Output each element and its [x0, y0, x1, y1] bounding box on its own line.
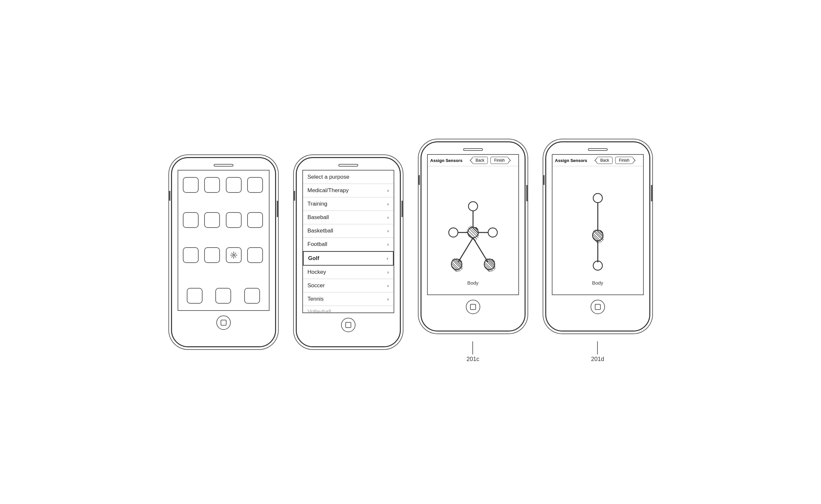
app-icon-5[interactable] [183, 212, 198, 228]
phone-2-top-bar [301, 164, 395, 167]
menu-item-medical-label: Medical/Therapy [308, 187, 349, 194]
menu-item-training[interactable]: Training › [303, 197, 394, 211]
home-inner-2 [345, 322, 351, 328]
phone-1-shell [171, 157, 276, 347]
svg-point-0 [233, 254, 235, 256]
assign-sensors-title-4: Assign Sensors [555, 158, 591, 163]
app-icon-4[interactable] [247, 177, 263, 193]
home-button-2[interactable] [341, 318, 356, 332]
svg-line-5 [232, 253, 233, 254]
app-icon-7[interactable] [226, 212, 242, 228]
phone-3-shell: Assign Sensors Back Finish [421, 141, 525, 332]
chevron-training: › [387, 201, 389, 207]
phone-3-screen: Assign Sensors Back Finish [427, 154, 519, 295]
phone-4-top-bar [551, 148, 645, 151]
phone-1-top-bar [176, 164, 271, 167]
phone-3-label: 201c [466, 341, 479, 363]
back-button-4[interactable]: Back [597, 157, 613, 164]
svg-line-38 [473, 238, 488, 262]
phone-4-screen: Assign Sensors Back Finish [552, 154, 644, 295]
phone-3-top-bar [426, 148, 520, 151]
menu-item-football[interactable]: Football › [303, 238, 394, 251]
menu-item-soccer[interactable]: Soccer › [303, 279, 394, 292]
sensor-canvas-4: Body [552, 166, 643, 294]
menu-item-tennis-label: Tennis [308, 296, 324, 302]
svg-line-11 [469, 227, 479, 236]
assign-header-4: Assign Sensors Back Finish [552, 155, 643, 166]
body-label-3: Body [467, 280, 478, 286]
finish-button-3[interactable]: Finish [490, 157, 508, 164]
phone-2-screen: Select a purpose Medical/Therapy › Train… [302, 170, 394, 313]
menu-item-tennis[interactable]: Tennis › [303, 292, 394, 306]
menu-item-baseball[interactable]: Baseball › [303, 211, 394, 224]
menu-item-hockey-label: Hockey [308, 269, 326, 275]
menu-item-soccer-label: Soccer [308, 282, 325, 289]
menu-item-basketball-label: Basketball [308, 228, 333, 234]
menu-header: Select a purpose [303, 171, 394, 184]
speaker-4-icon [588, 148, 607, 151]
menu-item-golf[interactable]: Golf › [303, 251, 394, 266]
chevron-football: › [387, 242, 389, 247]
phone-3-bottom [466, 300, 480, 314]
chevron-basketball: › [387, 228, 389, 233]
phone-4-label-text: 201d [591, 356, 604, 363]
menu-item-medical[interactable]: Medical/Therapy › [303, 184, 394, 197]
svg-point-64 [593, 261, 602, 270]
menu-item-golf-label: Golf [308, 255, 319, 262]
phone-1 [171, 157, 276, 347]
svg-line-7 [235, 253, 236, 254]
phone-2-bottom [341, 318, 356, 332]
menu-item-football-label: Football [308, 241, 327, 248]
phone-3: Assign Sensors Back Finish [421, 141, 525, 363]
menu-item-hockey[interactable]: Hockey › [303, 266, 394, 279]
menu-item-volleyball-partial: Volleyball... [303, 306, 394, 312]
phone-4-bottom [590, 300, 605, 314]
app-icon-2[interactable] [204, 177, 220, 193]
dock-icon-3[interactable] [244, 288, 260, 304]
body-diagram-4 [578, 175, 618, 277]
app-icon-6[interactable] [204, 212, 220, 228]
phone-2: Select a purpose Medical/Therapy › Train… [296, 157, 401, 347]
sensor-canvas-3: Body [428, 166, 518, 294]
assign-header-3: Assign Sensors Back Finish [428, 155, 518, 166]
speaker-3-icon [463, 148, 483, 151]
home-inner-4 [595, 304, 601, 310]
svg-line-8 [232, 256, 233, 258]
chevron-tennis: › [387, 296, 389, 302]
label-line-4 [597, 341, 598, 354]
app-icon-3[interactable] [226, 177, 242, 193]
phone-2-shell: Select a purpose Medical/Therapy › Train… [296, 157, 401, 347]
menu-list: Select a purpose Medical/Therapy › Train… [303, 171, 394, 312]
svg-point-50 [593, 193, 602, 203]
app-icon-1[interactable] [183, 177, 198, 193]
phone-1-bottom [216, 315, 231, 330]
chevron-baseball: › [387, 215, 389, 220]
app-icon-sensor[interactable] [226, 247, 242, 263]
finish-button-4[interactable]: Finish [615, 157, 633, 164]
app-icon-10[interactable] [204, 247, 220, 263]
phone-4-label: 201d [591, 341, 604, 363]
phone-4-shell: Assign Sensors Back Finish [545, 141, 650, 332]
menu-item-training-label: Training [308, 201, 328, 207]
dock-icon-2[interactable] [216, 288, 231, 304]
home-button-1[interactable] [216, 315, 231, 330]
svg-point-22 [449, 228, 458, 237]
menu-item-basketball[interactable]: Basketball › [303, 224, 394, 238]
app-icon-8[interactable] [247, 212, 263, 228]
chevron-medical: › [387, 188, 389, 193]
back-button-3[interactable]: Back [472, 157, 488, 164]
speaker-2-icon [339, 164, 358, 167]
menu-item-baseball-label: Baseball [308, 214, 329, 221]
menu-header-label: Select a purpose [308, 174, 350, 180]
chevron-golf: › [387, 256, 388, 261]
phone-4: Assign Sensors Back Finish [545, 141, 650, 363]
home-button-4[interactable] [590, 300, 605, 314]
app-icon-9[interactable] [183, 247, 198, 263]
app-icon-12[interactable] [247, 247, 263, 263]
chevron-soccer: › [387, 283, 389, 288]
svg-line-6 [235, 256, 236, 258]
dock-icon-1[interactable] [187, 288, 202, 304]
home-button-3[interactable] [466, 300, 480, 314]
bottom-dock [178, 285, 269, 310]
phone-3-label-text: 201c [466, 356, 479, 363]
